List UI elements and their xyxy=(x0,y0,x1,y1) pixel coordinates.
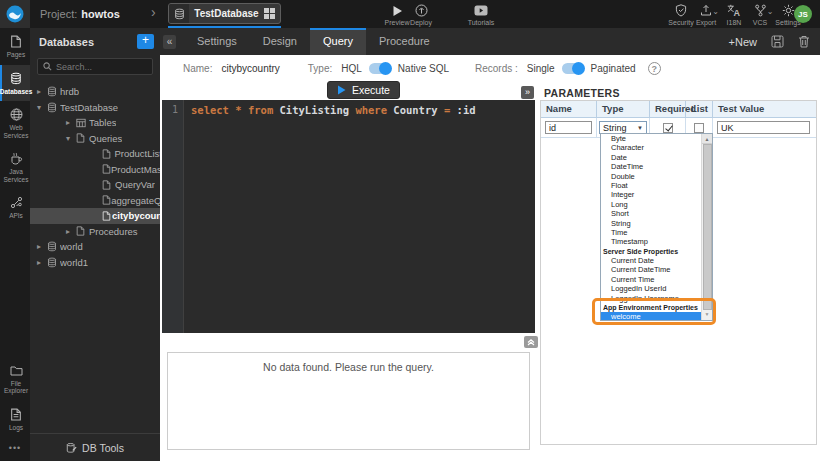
delete-icon[interactable] xyxy=(798,35,810,48)
tab-procedure[interactable]: Procedure xyxy=(366,28,443,55)
dropdown-option[interactable]: Float xyxy=(601,181,701,190)
query-toolbar: Name: citybycountry Type: HQL Native SQL… xyxy=(160,55,820,82)
search-input[interactable] xyxy=(56,62,147,72)
scroll-up-icon[interactable]: ▲ xyxy=(702,134,712,144)
records-toggle[interactable] xyxy=(562,63,584,74)
db-tools-button[interactable]: DB Tools xyxy=(30,433,160,461)
sql-editor[interactable]: 1 select * from CityListing where Countr… xyxy=(162,100,535,333)
chevron-down-icon[interactable]: ▾ xyxy=(37,103,47,112)
dropdown-option[interactable]: String xyxy=(601,219,701,228)
add-database-button[interactable]: + xyxy=(137,34,154,49)
dropdown-option[interactable]: Character xyxy=(601,143,701,152)
list-checkbox[interactable] xyxy=(694,123,704,133)
sidebar-item-web-services[interactable]: Web Services xyxy=(0,101,30,145)
dropdown-option[interactable]: Double xyxy=(601,172,701,181)
column-header-test-value: Test Value xyxy=(713,101,816,117)
tree-item-tables[interactable]: ▸ Tables xyxy=(30,115,160,131)
dropdown-option[interactable]: Time xyxy=(601,228,701,237)
required-checkbox[interactable] xyxy=(663,123,673,133)
tab-settings[interactable]: Settings xyxy=(184,28,250,55)
records-option-paginated[interactable]: Paginated xyxy=(591,63,636,74)
chevron-right-icon[interactable]: ▸ xyxy=(66,227,76,236)
more-options-icon[interactable]: ••• xyxy=(0,437,30,461)
type-toggle[interactable] xyxy=(369,63,391,74)
dropdown-option[interactable]: Long xyxy=(601,200,701,209)
dropdown-option[interactable]: Date xyxy=(601,153,701,162)
database-workspace-tab[interactable]: TestDatabase xyxy=(168,3,281,24)
tab-query[interactable]: Query xyxy=(310,28,366,55)
column-header-required: Required xyxy=(650,101,686,117)
dropdown-option[interactable]: DateTime xyxy=(601,162,701,171)
dropdown-option[interactable]: Timestamp xyxy=(601,237,701,246)
tree-item-queries[interactable]: ▾ Queries xyxy=(30,131,160,147)
dropdown-option[interactable]: Current DateTime xyxy=(601,265,701,274)
type-option-hql[interactable]: HQL xyxy=(341,63,362,74)
deploy-button[interactable]: Deploy xyxy=(402,4,440,26)
sidebar-item-java-services[interactable]: Java Services xyxy=(0,145,30,189)
user-avatar[interactable]: JS xyxy=(794,5,812,23)
param-name-input[interactable] xyxy=(545,121,592,134)
page-icon xyxy=(10,35,22,48)
grid-view-icon[interactable] xyxy=(264,8,275,19)
wavemaker-logo[interactable] xyxy=(0,0,30,28)
parameters-title: PARAMETERS xyxy=(544,87,620,99)
tree-item-productlist[interactable]: ProductList xyxy=(30,146,160,162)
tree-item-world[interactable]: ▸ world xyxy=(30,239,160,255)
save-icon[interactable] xyxy=(771,35,784,48)
tree-item-citybycountry[interactable]: citybycountry xyxy=(30,208,160,224)
file-icon xyxy=(102,149,114,159)
dropdown-option[interactable]: Byte xyxy=(601,134,701,143)
tree-item-queryvar[interactable]: QueryVar xyxy=(30,177,160,193)
dropdown-option[interactable]: Current Date xyxy=(601,256,701,265)
sidebar-item-logs[interactable]: Logs xyxy=(0,401,30,438)
sql-code-line[interactable]: select * from CityListing where Country … xyxy=(191,104,476,116)
tree-item-testdatabase[interactable]: ▾ TestDatabase xyxy=(30,100,160,116)
sidebar-item-pages[interactable]: Pages xyxy=(0,28,30,65)
chevron-right-icon[interactable]: ▸ xyxy=(37,87,47,96)
tree-item-hrdb[interactable]: ▸ hrdb xyxy=(30,84,160,100)
shield-icon xyxy=(675,4,687,17)
database-search[interactable] xyxy=(37,58,153,75)
param-test-value-input[interactable] xyxy=(717,121,810,134)
chevron-right-icon[interactable]: ▸ xyxy=(37,258,47,267)
collapse-panel-button[interactable]: « xyxy=(163,35,176,49)
dropdown-option[interactable]: Short xyxy=(601,209,701,218)
execute-button[interactable]: Execute xyxy=(327,81,400,99)
translate-icon: A xyxy=(727,4,741,17)
chevron-right-icon[interactable]: ▸ xyxy=(37,242,47,251)
sidebar-item-databases[interactable]: Databases xyxy=(0,65,30,102)
file-icon xyxy=(102,211,112,221)
dropdown-option[interactable]: Current Time xyxy=(601,275,701,284)
tree-item-productmasterlist[interactable]: ProductMasterList xyxy=(30,162,160,178)
tree-item-aggregatequery[interactable]: aggregateQuery xyxy=(30,193,160,209)
dropdown-option[interactable]: LoggedIn UserId xyxy=(601,284,701,293)
type-option-native-sql[interactable]: Native SQL xyxy=(398,63,449,74)
sidebar-item-apis[interactable]: APIs xyxy=(0,189,30,226)
toggle-knob xyxy=(572,62,585,75)
records-option-single[interactable]: Single xyxy=(527,63,555,74)
help-icon[interactable]: ? xyxy=(648,62,661,75)
dropdown-option[interactable]: LoggedIn Username xyxy=(601,294,701,303)
gear-icon: ⌄ xyxy=(782,4,795,17)
dropdown-option[interactable]: Integer xyxy=(601,190,701,199)
dropdown-option-selected[interactable]: welcome xyxy=(601,312,701,320)
sidebar-item-file-explorer[interactable]: File Explorer xyxy=(0,358,30,401)
new-query-button[interactable]: +New xyxy=(729,36,757,48)
tree-item-procedures[interactable]: ▸ Procedures xyxy=(30,224,160,240)
dropdown-group-header: App Environment Properties xyxy=(601,303,701,312)
scroll-down-icon[interactable]: ▼ xyxy=(702,309,712,320)
database-icon xyxy=(47,102,60,113)
database-icon xyxy=(47,241,60,252)
play-icon xyxy=(392,4,403,17)
dropdown-scrollbar[interactable]: ▲ ▼ xyxy=(701,134,712,320)
tree-item-world1[interactable]: ▸ world1 xyxy=(30,255,160,271)
database-icon xyxy=(47,257,60,268)
chevron-down-icon[interactable]: ▾ xyxy=(66,134,76,143)
collapse-results-button[interactable] xyxy=(524,336,538,348)
chevron-right-icon[interactable]: ▸ xyxy=(66,118,76,127)
name-label: Name: xyxy=(183,63,212,74)
expand-panel-button[interactable]: » xyxy=(521,86,534,99)
scrollbar-thumb[interactable] xyxy=(703,144,712,310)
tutorials-button[interactable]: Tutorials xyxy=(460,4,502,26)
tab-design[interactable]: Design xyxy=(250,28,310,55)
